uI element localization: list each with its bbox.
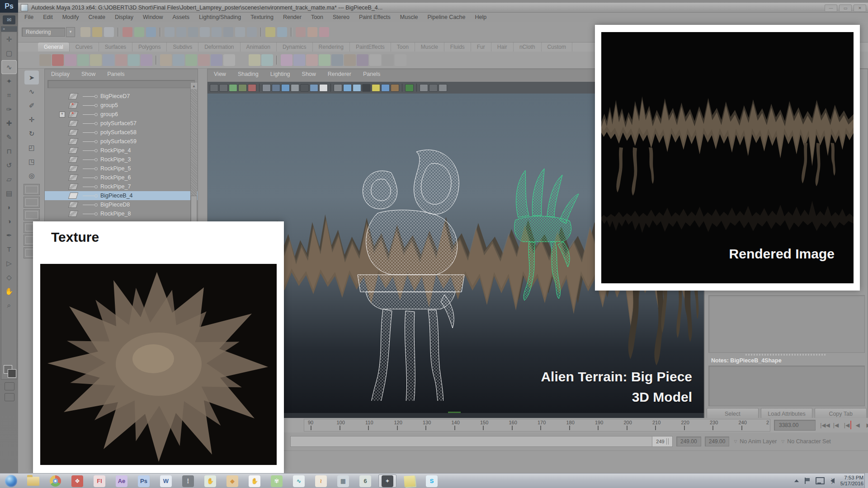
shelf-icon[interactable] [319,54,330,66]
taskbar-clock[interactable]: 7:53 PM 5/17/2016 [840,475,865,487]
universal-manipulator-tool[interactable]: ◳ [24,155,39,169]
menu-muscle[interactable]: Muscle [400,14,418,20]
current-time-field[interactable]: 3383.00 [774,420,816,431]
outliner-item-polysurface59[interactable]: polySurface59 [45,137,198,146]
range-end-handle[interactable]: 249 [652,436,672,446]
status-line-icon[interactable] [123,27,132,37]
shelf-icon[interactable] [173,54,184,66]
menu-help[interactable]: Help [475,14,487,20]
status-line-icon[interactable] [319,27,329,37]
viewport-icon[interactable] [439,84,447,92]
expand-icon[interactable]: + [59,112,65,117]
type-tool[interactable]: T [1,242,17,256]
menu-modify[interactable]: Modify [62,14,79,20]
outliner-item-rockpipe-7[interactable]: RockPipe_7 [45,182,198,191]
leaf-app-icon[interactable]: ✾ [268,474,286,488]
outliner-item-bigpieced7[interactable]: BigPieceD7 [45,92,198,101]
tray-flag-icon[interactable] [805,478,810,484]
shelf-icon[interactable] [90,54,102,66]
menu-set-arrow-icon[interactable]: ▼ [66,27,75,37]
shelf-icon[interactable] [211,54,222,66]
mini-bridge-icon[interactable]: ✉ [3,15,15,24]
outliner-item-bigpieceb-4[interactable]: BigPieceB_4 [45,191,198,200]
menu-paint-effects[interactable]: Paint Effects [359,14,391,20]
vue6-icon[interactable]: 6 [356,474,374,488]
shelf-icon[interactable] [249,54,260,66]
shelf-tab-curves[interactable]: Curves [70,42,99,52]
step-back-frame-button[interactable]: |◀ [842,419,852,431]
status-line-icon[interactable] [277,27,287,37]
shelf-icon[interactable] [198,54,210,66]
shelf-tab-animation[interactable]: Animation [241,42,277,52]
outliner-item-rockpipe-8[interactable]: RockPipe_8 [45,209,198,218]
shelf-icon[interactable] [293,54,305,66]
hand-r-app-icon[interactable]: ✋ [245,474,264,488]
status-line-icon[interactable] [200,27,210,37]
viewport-icon[interactable] [291,84,299,92]
status-line-icon[interactable] [212,27,222,37]
outliner-item-rockpipe-3[interactable]: RockPipe_3 [45,155,198,164]
shelf-icon[interactable] [306,54,318,66]
menu-file[interactable]: File [24,14,33,20]
screen-mode-button[interactable] [5,393,14,401]
hand-app-icon[interactable]: ✋ [201,474,219,488]
shelf-icon[interactable] [52,54,64,66]
shelf-tab-fur[interactable]: Fur [471,42,491,52]
status-line-icon[interactable] [235,27,245,37]
shelf-tab-ncloth[interactable]: nCloth [514,42,542,52]
tray-volume-icon[interactable] [830,478,835,483]
status-line-icon[interactable] [188,27,198,37]
shape-tool[interactable]: ◇ [1,270,17,284]
quick-mask-button[interactable] [5,382,14,390]
paint-select-tool[interactable]: ✐ [24,99,39,113]
rotate-tool[interactable]: ↻ [24,127,39,141]
shelf-icon[interactable] [223,54,235,66]
chrome-icon[interactable] [46,474,64,488]
viewport-menu-panels[interactable]: Panels [363,71,380,77]
menu-display[interactable]: Display [115,14,133,20]
splitter-grip[interactable] [745,354,827,356]
maya-titlebar[interactable]: Autodesk Maya 2013 x64: G:\JOBERT\3D Sho… [18,3,868,13]
viewport-menu-shading[interactable]: Shading [238,71,259,77]
outliner-item-rockpipe-5[interactable]: RockPipe_5 [45,164,198,173]
outliner-filter-field[interactable] [47,80,195,88]
timeline-ruler[interactable]: 9010011012013014015016017018019020021022… [304,419,770,432]
outliner-menu-display[interactable]: Display [51,71,70,77]
outliner-item-polysurface58[interactable]: polySurface58 [45,128,198,137]
menu-edit[interactable]: Edit [43,14,53,20]
play-backwards-button[interactable]: ◀ [853,419,863,431]
outliner-item-bigpieced8[interactable]: BigPieceD8 [45,200,198,209]
start-button[interactable] [2,474,20,488]
viewport-icon[interactable] [229,84,237,92]
status-line-icon[interactable] [92,27,102,37]
dodge-tool[interactable]: ◑ [1,214,17,228]
explorer-icon[interactable] [24,474,42,488]
two-pane-side-layout-button[interactable] [24,209,40,221]
scroll-up-icon[interactable]: ▲ [191,83,197,89]
outliner-item-polysurface57[interactable]: polySurface57 [45,119,198,128]
menu-render[interactable]: Render [283,14,302,20]
shelf-icon[interactable] [77,54,89,66]
maximize-button[interactable]: ▭ [839,5,852,12]
move-tool[interactable]: ✛ [1,32,17,46]
outliner-menu-panels[interactable]: Panels [107,71,124,77]
viewport-icon[interactable] [262,84,271,92]
selected-wireframe-model[interactable] [348,145,474,401]
status-line-icon[interactable] [176,27,186,37]
go-to-start-button[interactable]: |◀◀ [820,419,830,431]
command-line-area[interactable] [284,450,868,474]
character-set-dropdown[interactable]: ▽ No Character Set [781,438,831,445]
photoshop-icon[interactable]: Ps [135,474,153,488]
healing-brush-tool[interactable]: ✚ [1,116,17,130]
shelf-icon[interactable] [39,54,51,66]
dots-app-icon[interactable]: ⋮ [179,474,197,488]
shelf-tab-dynamics[interactable]: Dynamics [277,42,313,52]
sticky-notes-icon[interactable] [401,474,419,488]
flash-icon[interactable]: Fl [90,474,108,488]
blur-tool[interactable]: ◗ [1,200,17,214]
outliner-item-group6[interactable]: +group6 [45,110,198,119]
shelf-icon[interactable] [281,54,292,66]
status-line-icon[interactable] [307,27,317,37]
shelf-icon[interactable] [141,54,152,66]
viewport-icon[interactable] [272,84,280,92]
